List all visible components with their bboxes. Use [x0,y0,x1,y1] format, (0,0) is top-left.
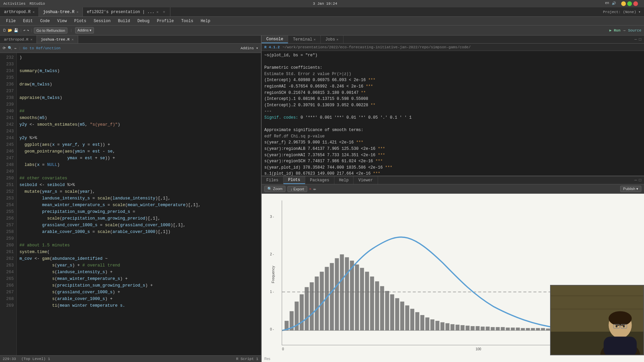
jobs-tab[interactable]: Jobs ✕ [321,36,343,43]
close-icon[interactable]: ✕ [33,10,35,14]
svg-rect-11 [335,258,339,330]
app-tabs: arthropod.R ✕ joshua-tree.R ✕ efi2022's … [0,7,170,16]
lang-indicator: en [605,1,609,6]
save-source-btn[interactable]: ⟳ [3,46,6,50]
code-line [19,128,258,135]
menu-tools[interactable]: Tools [178,18,197,24]
menu-profile[interactable]: Profile [154,18,177,24]
delete-plot-btn[interactable]: ✕ [309,187,312,191]
code-line: s(arable_cover_1000_s) + [19,296,258,302]
menu-edit[interactable]: Edit [20,18,36,24]
new-file-icon[interactable]: 🗋 [3,28,6,33]
console-line: (Intercept) 4.60980 0.06975 66.093 < 2e-… [264,77,641,83]
close-icon[interactable]: ✕ [314,38,316,42]
edit-icon[interactable]: ✏ [14,46,17,50]
app-tab-arthropod[interactable]: arthropod.R ✕ [0,7,39,16]
new-tab-btn[interactable]: ＋ [162,9,166,15]
activities-label[interactable]: Activities [3,2,25,6]
code-line: arable_cover_1000_s = scale(arable_cover… [19,229,258,235]
console-tab[interactable]: Console [262,36,288,43]
webcam-overlay [550,285,644,355]
menu-session[interactable]: Session [90,18,114,24]
window-close[interactable] [633,1,638,6]
menu-debug[interactable]: Debug [134,18,153,24]
console-line: regionHAI -0.57654 0.06992 -8.246 < 2e-1… [264,83,641,90]
svg-rect-14 [350,261,354,330]
addins-btn[interactable]: Addins ▾ [75,27,94,34]
viewer-minimize-icon[interactable]: — [635,178,637,183]
editor-tab-joshuatree[interactable]: joshua-tree.R ✕ [37,36,78,43]
source-btn[interactable]: Source [628,28,641,33]
window-maximize[interactable] [627,1,632,6]
console-panel: Console Terminal ✕ Jobs ✕ — □ R 4.1.2 [262,36,644,176]
zoom-btn[interactable]: 🔍 Zoom [264,186,285,192]
edit-plot-btn[interactable]: ✏ [313,186,316,192]
code-line [19,101,258,108]
console-path-text: ~/work/presentations/2022/eco-forecastin… [282,45,471,49]
svg-rect-33 [445,323,449,330]
console-output[interactable]: ~s(plot_id, bs = "re") Parametric coeffi… [262,51,644,176]
go-to-reffunction-label[interactable]: Go to Ref/unction [23,46,60,50]
publish-btn[interactable]: Publish ▾ [620,186,641,192]
svg-rect-25 [405,305,409,330]
menu-file[interactable]: File [3,18,19,24]
console-line: Signif. codes: 0 '***' 0.001 '**' 0.01 '… [264,115,641,121]
packages-tab[interactable]: Packages [305,176,334,184]
save-icon[interactable]: 💾 [14,28,18,33]
undo-icon[interactable]: ↶ [23,28,26,33]
webcam-silhouette [551,285,643,355]
search-icon[interactable]: 🔍 [8,46,12,50]
code-level: (Top Level) 1 [21,357,50,361]
svg-rect-39 [476,326,480,330]
help-tab-label: Help [339,178,349,183]
console-line [264,59,641,65]
console-tab-label: Console [266,37,283,42]
close-icon[interactable]: ✕ [31,38,33,42]
menu-build[interactable]: Build [115,18,133,24]
go-to-reffunction-btn[interactable]: Go to Ref/unction [34,27,67,34]
menu-view[interactable]: View [54,18,70,24]
res-label: Res [264,357,270,361]
svg-point-67 [615,325,618,327]
code-line: grassland_cover_1000_s = scale(grassland… [19,222,258,229]
menu-code[interactable]: Code [37,18,53,24]
close-icon[interactable]: ✕ [76,10,78,14]
menu-help[interactable]: Help [197,18,214,24]
viewer-tab[interactable]: Viewer [354,176,378,184]
open-file-icon[interactable]: 📂 [8,28,12,33]
terminal-tab-label: Terminal [293,37,312,42]
redo-icon[interactable]: ↷ [27,28,29,33]
code-editor[interactable]: 232233234235 236237238239 240241242243 2… [0,53,261,355]
menu-plots[interactable]: Plots [71,18,90,24]
svg-rect-45 [506,327,510,330]
app-tab-joshuatree[interactable]: joshua-tree.R ✕ [39,7,83,16]
app-tab-efi[interactable]: efi2022's presentation | ... ✕ ＋ [83,7,170,16]
close-icon[interactable]: ✕ [157,10,159,14]
help-tab[interactable]: Help [334,176,354,184]
svg-rect-42 [491,327,495,330]
code-line: precipitation_sum_growing_preriod_s = [19,208,258,215]
console-maximize-icon[interactable]: □ [639,37,641,42]
svg-rect-17 [365,272,369,330]
addins-label[interactable]: Addins ▾ [240,46,258,50]
svg-rect-19 [375,281,379,330]
close-icon[interactable]: ✕ [336,38,338,42]
console-line: s(year,plot_id) 378.35842 744.000 1835.5… [264,165,641,171]
export-btn[interactable]: ↓ Export [287,186,307,192]
rstudio-label[interactable]: RStudio [30,2,45,6]
svg-rect-20 [380,286,384,330]
files-tab[interactable]: Files [262,176,283,184]
plots-tab[interactable]: Plots [283,176,305,184]
viewer-maximize-icon[interactable]: □ [639,178,641,183]
code-content[interactable]: ) summary(m_twlss) draw(m_twlss) apprais… [17,53,261,355]
window-minimize[interactable] [621,1,626,6]
run-btn[interactable]: ▶ Run [609,28,621,33]
editor-tab-arthropod[interactable]: arthropod.R ✕ [0,36,37,43]
svg-rect-48 [521,328,525,330]
console-minimize-icon[interactable]: — [635,37,637,42]
files-tab-label: Files [266,178,278,183]
svg-rect-28 [420,315,424,330]
close-icon[interactable]: ✕ [71,38,73,42]
line-numbers: 232233234235 236237238239 240241242243 2… [0,53,17,355]
terminal-tab[interactable]: Terminal ✕ [288,36,321,43]
